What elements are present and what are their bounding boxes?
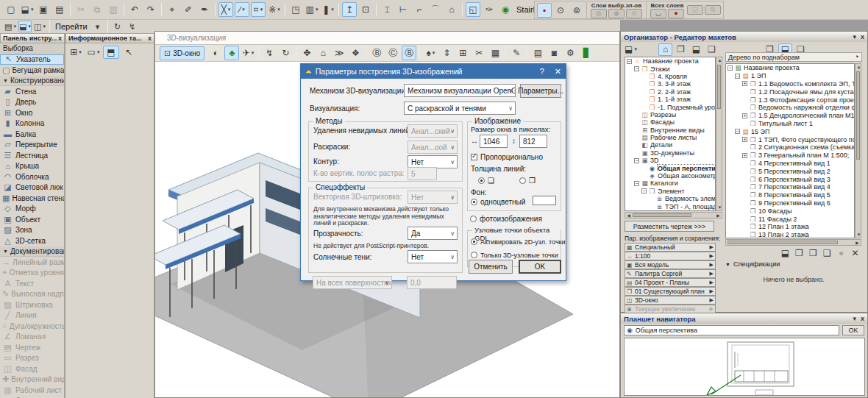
tree-item[interactable]: −❐4. Кровля [625, 73, 715, 80]
marker-icon[interactable]: ✑ [482, 2, 497, 17]
tree-item[interactable]: −❐3. 3-й этаж [625, 80, 715, 88]
bg-photo-radio[interactable]: фотоизображения [470, 214, 542, 223]
tree-item[interactable]: −❐8 Перспективный вид 5 [726, 191, 854, 199]
tree-item[interactable]: +❐1 ТЭП, Фото существующего положени [726, 135, 854, 143]
tool-roof[interactable]: ⌂Крыша [0, 161, 64, 172]
render-settings-icon[interactable]: ⚙ [563, 46, 577, 60]
project-navigator-tree[interactable]: −⌂Название проекта−❐Этажи−❐4. Кровля−❐3.… [625, 57, 716, 211]
look-around-icon[interactable]: ❖ [348, 46, 363, 60]
navigator-collapse-icon[interactable]: ▾ [853, 315, 856, 322]
bg-color-swatch[interactable] [533, 196, 556, 205]
tool-morph[interactable]: ◇Морф [0, 204, 64, 215]
transparency-combo[interactable]: Да∨ [408, 227, 458, 240]
navigator-view-field[interactable]: ◉Общая перспектива [624, 325, 839, 335]
layer-solo-icon[interactable]: ⊘ [626, 9, 642, 18]
layout-tree-vscrollbar[interactable]: ▲▼ [855, 63, 861, 238]
layout-book-tree[interactable]: −▧Название проекта−▤1 ЭП+❐1.1 Ведомость … [725, 63, 855, 238]
tool-window[interactable]: ⊞Окно [0, 107, 64, 118]
true-weight-radio[interactable]: ❐ [519, 176, 536, 185]
tree-item[interactable]: −◉Общая перспектива [625, 164, 715, 171]
tool-skylight[interactable]: ◪Световой люк [0, 182, 64, 193]
tree-item[interactable]: −▦Каталоги [625, 180, 715, 187]
tree-item[interactable]: −▤1 ЭП [726, 72, 854, 80]
print-icon[interactable]: ▤ [52, 2, 67, 17]
orbit-icon[interactable]: ↻ [111, 21, 124, 32]
tree-item[interactable]: −❐6 Перспективный вид 3 [726, 175, 854, 183]
tree-expander-icon[interactable]: − [641, 188, 647, 193]
toolbox-section-header[interactable]: ▼Документирование [0, 246, 64, 257]
resize-icon[interactable]: ⌂ [444, 2, 459, 17]
frame-icon[interactable]: ⊡ [358, 2, 373, 17]
grid-icon[interactable]: ⊞ [455, 46, 470, 60]
param-row[interactable]: ◫3D-окно▶ [625, 296, 716, 305]
trace-reference-icon[interactable]: ◫▾ [33, 21, 46, 32]
tree-item[interactable]: −▣3D [625, 157, 715, 164]
copy-icon[interactable]: ⧉ [90, 2, 104, 17]
tree-item[interactable]: −▣3D-документы [625, 149, 715, 157]
3d-window-button[interactable]: ⊡3D-окно [160, 46, 204, 60]
organizer-collapse-icon[interactable]: ▾ [853, 33, 856, 40]
tool-label[interactable]: ✎Выносная надп... [0, 289, 64, 300]
pick-parameters-icon[interactable]: ✐ [181, 2, 196, 17]
project-chooser-icon[interactable]: ⬓▾ [624, 43, 638, 56]
layer-settings-icon[interactable]: ◲ [687, 5, 703, 15]
vegetation-icon[interactable]: ♣ [224, 46, 239, 60]
param-row[interactable]: ✎Палитра Сергей▶ [625, 269, 716, 278]
filter-3d-icon[interactable]: ▦ [488, 46, 502, 60]
tree-item[interactable]: −❐2 Ситуационная схема (съемка со спутни [726, 143, 854, 152]
infobox-arrow-icon[interactable]: ↖ [121, 46, 137, 59]
open-file-icon[interactable]: ⬓▾ [20, 2, 35, 17]
hide-layer-icon[interactable]: ⊚ [569, 3, 584, 18]
show-layer-icon[interactable]: ⊙ [553, 3, 568, 18]
import-icon[interactable]: ❑ [821, 247, 833, 258]
tree-item[interactable]: −▤Рабочие листы [625, 134, 715, 141]
project-map-icon[interactable]: ⌂ [658, 43, 672, 56]
tool-beam[interactable]: ▬Балка [0, 129, 64, 140]
tree-item[interactable]: −❐5 Перспективный вид 2 [726, 167, 854, 175]
tree-item[interactable]: −❐-1. Подземный уров [625, 103, 715, 110]
groups-icon[interactable]: ◳ [288, 2, 303, 17]
tree-expander-icon[interactable]: − [634, 158, 639, 163]
new-layout-icon[interactable]: ⬓ [779, 247, 791, 258]
tool-stair[interactable]: ☰Лестница [0, 150, 64, 161]
inject-parameters-icon[interactable]: ✒ [197, 2, 212, 17]
delete-icon[interactable]: ✕ [849, 247, 861, 258]
tool-zone[interactable]: ▨Зона [0, 225, 64, 236]
tree-item[interactable]: −❐7 Перспективный вид 4 [726, 183, 854, 191]
layers-icon[interactable]: ▥▾ [305, 2, 319, 17]
param-row[interactable]: ❐01 Существующий план▶ [625, 287, 716, 296]
specifications-header[interactable]: ▼Спецификации [725, 260, 862, 268]
go-to-dropdown-icon[interactable]: ▾ [91, 21, 104, 32]
tool-polyline[interactable]: ∠Ломаная [0, 332, 64, 343]
tree-expander-icon[interactable]: + [742, 137, 747, 142]
infobox-close-icon[interactable]: x [148, 35, 152, 42]
cancel-button[interactable]: Отменить [469, 260, 513, 274]
proportional-checkbox[interactable]: Пропорционально [471, 152, 543, 161]
grid-snap-icon[interactable]: ※▾ [267, 2, 282, 17]
project-tree-hscrollbar[interactable]: ◀▶ [625, 212, 722, 218]
project-tree-vscrollbar[interactable]: ▲▼ [716, 57, 722, 211]
tree-item[interactable]: −❐Этажи [625, 65, 715, 72]
paint-icon[interactable]: ✎ [509, 46, 524, 60]
tree-expander-icon[interactable]: − [735, 129, 740, 134]
tool-door[interactable]: ▯Дверь [0, 97, 64, 108]
tree-item[interactable]: −❐10 Фасады [726, 207, 854, 215]
3d-cutting-icon[interactable]: ◱ [466, 2, 480, 17]
walk-icon[interactable]: ↯ [262, 46, 277, 60]
tool-text[interactable]: AТекст [0, 278, 64, 289]
infobox-wall-icon[interactable]: ⊞▾ [68, 46, 84, 59]
tree-item[interactable]: +❐1.1 Ведомость комплекта ЭП, ТЭП, Фотог… [726, 80, 854, 88]
tree-item[interactable]: −▧Название проекта [726, 64, 854, 72]
find-select-icon[interactable]: ⌖ [165, 2, 179, 17]
tool-column[interactable]: ▮Колонна [0, 118, 64, 129]
gdl-2d-radio[interactable]: Активировать 2D-узл. точки [471, 237, 566, 246]
gdl-3d-radio[interactable]: Только 3D-узловые точки [471, 250, 558, 259]
tree-item[interactable]: −❐Титульный лист 1 [726, 120, 854, 128]
tree-item[interactable]: −◫Фасады [625, 118, 715, 126]
split-icon[interactable]: ⌶ [380, 2, 394, 17]
perspective-icon[interactable]: Ⓑ [369, 46, 384, 60]
tree-item[interactable]: −❐11 Фасады 2 [726, 215, 854, 223]
axonometry-icon[interactable]: Ⓒ [385, 46, 400, 60]
tree-expander-icon[interactable]: − [735, 74, 740, 79]
all-layers-show-icon[interactable]: ◡ [650, 9, 666, 18]
